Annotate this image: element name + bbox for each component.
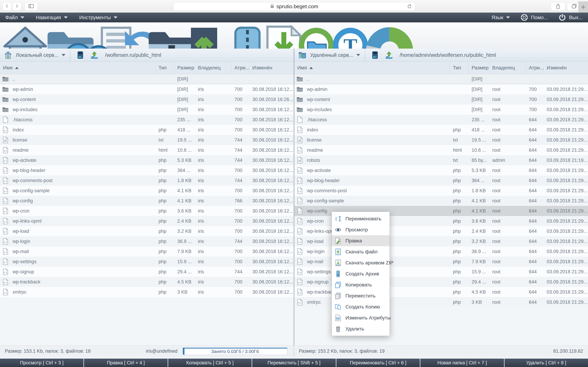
- column-header-3[interactable]: Владелец: [489, 62, 526, 74]
- type-cell: php: [450, 178, 469, 183]
- context-duplicate[interactable]: Создать Копию: [332, 301, 389, 312]
- file-row-wp-comments-post[interactable]: wp-comments-postphp1.8 KBiris74430.08.20…: [0, 175, 294, 186]
- file-row-wp-activate[interactable]: wp-activatephp5.3 KBiris74430.08.2018 16…: [0, 155, 294, 165]
- column-header-2[interactable]: Размер: [174, 62, 195, 74]
- file-row-wp-blog-header[interactable]: wp-blog-headerphp364 ...root64403.09.201…: [294, 175, 588, 186]
- file-row-wp-login[interactable]: wp-loginphp36.9 ...iris74430.08.2018 16:…: [0, 236, 294, 246]
- file-row-wp-comments-post[interactable]: wp-comments-postphp1.8 KBroot64403.09.20…: [294, 186, 588, 196]
- quota-progress-bar: Занято 0.03Гб / 3.00Гб: [183, 348, 287, 355]
- file-row-wp-includes[interactable]: wp-includes[DIR]root70003.09.2018 21:29.…: [294, 105, 588, 115]
- column-header-4[interactable]: Атри...: [526, 62, 544, 74]
- context-view[interactable]: Просмотр: [332, 224, 389, 235]
- type-cell: php: [450, 249, 469, 254]
- hotkey-copy-button[interactable]: Копировать [ Ctrl + 5 ]: [168, 359, 252, 367]
- file-row-wp-includes[interactable]: wp-includes[DIR]iris70030.08.2018 16:12.…: [0, 105, 294, 115]
- hotkey-new-folder-button[interactable]: Новая папка [ Ctrl + 7 ]: [420, 359, 504, 367]
- column-header-4[interactable]: Атри...: [232, 62, 249, 74]
- browser-forward-button[interactable]: [12, 2, 21, 10]
- file-row-license[interactable]: licensetxt19.5 ...iris74430.08.2018 16:1…: [0, 135, 294, 145]
- file-row-wp-links-opml[interactable]: wp-links-opmlphp2.4 KBiris70030.08.2018 …: [0, 216, 294, 226]
- file-row-wp-settings[interactable]: wp-settingsphp15.9 ...iris70030.08.2018 …: [0, 257, 294, 267]
- size-cell: 3.2 KB: [174, 229, 195, 234]
- help-menu[interactable]: Помо...: [520, 14, 548, 21]
- context-attributes[interactable]: 755Изменить Атрибуты: [332, 312, 389, 323]
- owner-cell: root: [489, 259, 526, 264]
- context-download-zip[interactable]: Скачать архивом ZIP: [332, 257, 389, 268]
- column-label: Изменён: [252, 65, 272, 71]
- file-row-readme[interactable]: readmehtml10.6 ...iris74430.08.2018 16:1…: [0, 145, 294, 155]
- context-move[interactable]: Переместить: [332, 290, 389, 301]
- modified-cell: 30.08.2018 16:12...: [249, 87, 294, 92]
- modified-cell: 30.08.2018 16:12...: [249, 229, 294, 234]
- file-row-wp-content[interactable]: wp-content[DIR]iris70030.08.2018 16:26..…: [0, 94, 294, 105]
- column-header-0[interactable]: Имя: [0, 62, 156, 74]
- browser-url-field[interactable]: sprutio.beget.com: [173, 2, 415, 11]
- column-header-1[interactable]: Тип: [156, 62, 174, 74]
- file-row-wp-blog-header[interactable]: wp-blog-headerphp364 ...iris70030.08.201…: [0, 165, 294, 175]
- file-row-index[interactable]: indexphp418 ...root64403.09.2018 21:29..…: [294, 125, 588, 135]
- reload-icon[interactable]: [407, 4, 412, 9]
- file-code-icon: [2, 167, 9, 174]
- hotkey-move-button[interactable]: Переместить [ Shift + 5 ]: [252, 359, 336, 367]
- column-header-5[interactable]: Изменён: [249, 62, 294, 74]
- column-header-1[interactable]: Тип: [450, 62, 469, 74]
- server-selector[interactable]: Локальный серв...: [16, 52, 59, 58]
- column-header-0[interactable]: Имя: [294, 62, 450, 74]
- file-text-icon: [296, 157, 303, 164]
- file-row-up[interactable]: ..[DIR]: [294, 74, 588, 84]
- navigation-menu[interactable]: Навигация: [36, 15, 68, 20]
- context-rename[interactable]: Переименовать: [332, 213, 389, 224]
- help-menu-label: Помо...: [531, 15, 548, 20]
- column-header-2[interactable]: Размер: [469, 62, 489, 74]
- browser-share-button[interactable]: [551, 2, 565, 10]
- browser-sidebar-button[interactable]: [25, 2, 38, 10]
- parent-directory-button[interactable]: [385, 51, 393, 59]
- column-header-3[interactable]: Владелец: [195, 62, 232, 74]
- file-row-license[interactable]: licensetxt19.5 ...root64403.09.2018 21:2…: [294, 135, 588, 145]
- context-copy[interactable]: Копировать: [332, 279, 389, 290]
- root-directory-button[interactable]: [371, 51, 379, 59]
- logout-menu[interactable]: Вых...: [558, 14, 583, 21]
- hotkey-rename-button[interactable]: Переименовать [ Ctrl + 6 ]: [336, 359, 420, 367]
- file-row-wp-cron[interactable]: wp-cronphp3.6 KBiris70030.08.2018 16:12.…: [0, 206, 294, 216]
- file-row-wp-admin[interactable]: wp-admin[DIR]root70003.09.2018 21:29...: [294, 84, 588, 94]
- language-menu[interactable]: Язык: [491, 15, 510, 20]
- file-row-wp-load[interactable]: wp-loadphp3.2 KBiris70030.08.2018 16:12.…: [0, 226, 294, 236]
- file-row-wp-trackback[interactable]: wp-trackbackphp4.5 KBiris70030.08.2018 1…: [0, 277, 294, 287]
- column-header-5[interactable]: Изменён: [544, 62, 588, 74]
- file-name: wp-activate: [307, 168, 331, 173]
- hotkey-view-button[interactable]: Просмотр [ Ctrl + 3 ]: [0, 359, 84, 367]
- file-row-.htaccess[interactable]: .htaccess235 ...iris70030.08.2018 16:12.…: [0, 115, 294, 125]
- parent-directory-button[interactable]: [90, 51, 98, 59]
- file-name: wp-login: [307, 249, 325, 254]
- file-row-wp-config-sample[interactable]: wp-config-samplephp4.1 KBiris70030.08.20…: [0, 186, 294, 196]
- hotkey-delete-button[interactable]: Удалить [ Ctrl + 8 ]: [504, 359, 588, 367]
- hotkey-edit-button[interactable]: Правка [ Ctrl + 4 ]: [84, 359, 167, 367]
- file-row-wp-mail[interactable]: wp-mailphp7.9 KBiris70030.08.2018 16:12.…: [0, 246, 294, 257]
- file-menu[interactable]: Файл: [5, 15, 24, 20]
- type-cell: php: [156, 229, 174, 234]
- file-row-wp-config-sample[interactable]: wp-config-samplephp4.1 KBroot64403.09.20…: [294, 196, 588, 206]
- file-row-.htaccess[interactable]: .htaccess235 ...root64403.09.2018 21:29.…: [294, 115, 588, 125]
- context-download-file[interactable]: Скачать файл: [332, 246, 389, 257]
- browser-new-tab-button[interactable]: +: [578, 1, 588, 13]
- file-row-robots[interactable]: robotstxt65 by...admin64403.09.2018 21:1…: [294, 155, 588, 165]
- file-row-xmlrpc[interactable]: xmlrpcphp3 KBiris70030.08.2018 16:12...: [0, 287, 294, 297]
- server-selector[interactable]: Удалённый серв...: [310, 52, 353, 58]
- browser-back-button[interactable]: [2, 2, 12, 10]
- file-name: wp-signup: [307, 279, 329, 285]
- file-row-wp-admin[interactable]: wp-admin[DIR]iris70030.08.2018 16:12...: [0, 84, 294, 94]
- file-row-wp-content[interactable]: wp-content[DIR]root70003.09.2018 21:29..…: [294, 94, 588, 105]
- file-row-wp-signup[interactable]: wp-signupphp29.4 ...iris74430.08.2018 16…: [0, 267, 294, 277]
- attrs-cell: 644: [526, 218, 544, 224]
- file-row-index[interactable]: indexphp418 ...iris70030.08.2018 16:12..…: [0, 125, 294, 135]
- file-row-up[interactable]: ..[DIR]: [0, 74, 294, 84]
- root-directory-button[interactable]: [76, 51, 84, 59]
- file-row-wp-activate[interactable]: wp-activatephp5.3 KBroot64403.09.2018 21…: [294, 165, 588, 175]
- tools-menu[interactable]: Инструменты: [79, 15, 118, 20]
- file-row-wp-config[interactable]: wp-configphp4.1 KBiris76630.08.2018 16:1…: [0, 196, 294, 206]
- context-delete[interactable]: Удалить: [332, 323, 389, 334]
- context-edit[interactable]: Правка: [332, 235, 389, 246]
- context-create-archive[interactable]: Создать Архив: [332, 268, 389, 279]
- file-row-readme[interactable]: readmehtml10.6 ...root64403.09.2018 21:2…: [294, 145, 588, 155]
